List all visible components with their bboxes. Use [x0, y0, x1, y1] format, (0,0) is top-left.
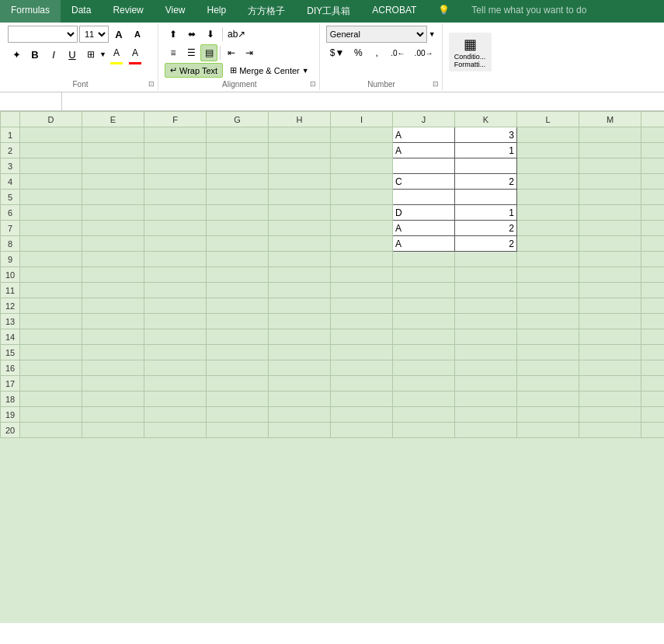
cell-m-5[interactable] — [579, 190, 641, 205]
cell-h-2[interactable] — [269, 143, 331, 158]
cell-k-17[interactable] — [455, 376, 517, 392]
row-header-9[interactable]: 9 — [1, 252, 20, 267]
tab-help[interactable]: Help — [196, 0, 238, 23]
cell-e-8[interactable] — [82, 236, 144, 252]
cell-e-6[interactable] — [82, 205, 144, 221]
increase-font-button[interactable]: A — [110, 26, 127, 43]
cell-i-6[interactable] — [331, 205, 393, 221]
col-header-k[interactable]: K — [455, 112, 517, 127]
cell-i-2[interactable] — [331, 143, 393, 158]
row-header-17[interactable]: 17 — [1, 376, 20, 392]
row-header-3[interactable]: 3 — [1, 158, 20, 174]
cell-e-3[interactable] — [82, 158, 144, 174]
cell-g-6[interactable] — [207, 205, 269, 221]
cell-e-20[interactable] — [82, 423, 144, 438]
row-header-20[interactable]: 20 — [1, 423, 20, 438]
cell-k-9[interactable] — [455, 252, 517, 267]
cell-g-3[interactable] — [207, 158, 269, 174]
font-color-button[interactable]: A — [127, 44, 144, 61]
cell-e-12[interactable] — [82, 298, 144, 314]
formula-input[interactable] — [62, 96, 664, 107]
cell-f-5[interactable] — [144, 190, 207, 205]
cell-g-13[interactable] — [207, 314, 269, 329]
col-header-n[interactable]: N — [641, 112, 665, 127]
cell-d-17[interactable] — [20, 376, 82, 392]
cell-l-5[interactable] — [517, 190, 579, 205]
row-header-4[interactable]: 4 — [1, 174, 20, 190]
cell-e-15[interactable] — [82, 345, 144, 360]
number-format-chevron[interactable]: ▼ — [429, 30, 436, 38]
row-header-15[interactable]: 15 — [1, 345, 20, 360]
cell-i-4[interactable] — [331, 174, 393, 190]
cell-m-6[interactable] — [579, 205, 641, 221]
cell-g-7[interactable] — [207, 221, 269, 236]
cell-j-9[interactable] — [393, 252, 455, 267]
col-header-e[interactable]: E — [82, 112, 144, 127]
cell-d-18[interactable] — [20, 392, 82, 407]
cell-j-16[interactable] — [393, 360, 455, 376]
cell-l-17[interactable] — [517, 376, 579, 392]
cell-i-7[interactable] — [331, 221, 393, 236]
dollar-button[interactable]: $▼ — [326, 44, 349, 61]
cell-f-1[interactable] — [144, 127, 207, 143]
cell-n-4[interactable] — [641, 174, 665, 190]
cell-j-3[interactable] — [393, 158, 455, 174]
cell-h-4[interactable] — [269, 174, 331, 190]
cell-h-19[interactable] — [269, 407, 331, 423]
tab-acrobat[interactable]: ACROBAT — [361, 0, 427, 23]
col-header-l[interactable]: L — [517, 112, 579, 127]
cell-n-12[interactable] — [641, 298, 665, 314]
cell-j-18[interactable] — [393, 392, 455, 407]
cell-g-8[interactable] — [207, 236, 269, 252]
cell-d-15[interactable] — [20, 345, 82, 360]
cell-n-15[interactable] — [641, 345, 665, 360]
align-left-button[interactable]: ≡ — [165, 44, 182, 61]
tab-formulas[interactable]: Formulas — [0, 0, 61, 23]
cell-l-3[interactable] — [517, 158, 579, 174]
row-header-1[interactable]: 1 — [1, 127, 20, 143]
cell-f-2[interactable] — [144, 143, 207, 158]
tell-me-input[interactable]: Tell me what you want to do — [461, 0, 597, 23]
cell-d-3[interactable] — [20, 158, 82, 174]
cell-g-15[interactable] — [207, 345, 269, 360]
cell-d-12[interactable] — [20, 298, 82, 314]
cell-k-11[interactable] — [455, 283, 517, 298]
decrease-decimal-button[interactable]: .00→ — [411, 44, 437, 61]
cell-d-8[interactable] — [20, 236, 82, 252]
row-header-2[interactable]: 2 — [1, 143, 20, 158]
row-header-11[interactable]: 11 — [1, 283, 20, 298]
cell-h-5[interactable] — [269, 190, 331, 205]
merge-center-button[interactable]: ⊞ Merge & Center ▼ — [224, 63, 315, 78]
cell-f-10[interactable] — [144, 267, 207, 283]
cell-h-16[interactable] — [269, 360, 331, 376]
cell-n-10[interactable] — [641, 267, 665, 283]
cell-k-12[interactable] — [455, 298, 517, 314]
cell-j-2[interactable]: A — [393, 143, 455, 158]
cell-g-17[interactable] — [207, 376, 269, 392]
cell-k-8[interactable]: 2 — [455, 236, 517, 252]
cell-g-9[interactable] — [207, 252, 269, 267]
cell-l-2[interactable] — [517, 143, 579, 158]
row-header-8[interactable]: 8 — [1, 236, 20, 252]
cell-k-15[interactable] — [455, 345, 517, 360]
cell-h-13[interactable] — [269, 314, 331, 329]
cell-l-7[interactable] — [517, 221, 579, 236]
wrap-text-button[interactable]: ↵ Wrap Text — [165, 63, 223, 78]
cell-n-9[interactable] — [641, 252, 665, 267]
cell-g-19[interactable] — [207, 407, 269, 423]
cell-f-19[interactable] — [144, 407, 207, 423]
conditional-format-button[interactable]: ▦ Conditio... Formatti... — [449, 33, 492, 71]
cell-j-12[interactable] — [393, 298, 455, 314]
cell-e-10[interactable] — [82, 267, 144, 283]
tab-diy[interactable]: DIY工具箱 — [296, 0, 361, 23]
cell-l-14[interactable] — [517, 329, 579, 345]
increase-decimal-button[interactable]: .0← — [387, 44, 408, 61]
cell-j-4[interactable]: C — [393, 174, 455, 190]
cell-g-2[interactable] — [207, 143, 269, 158]
cell-g-5[interactable] — [207, 190, 269, 205]
cell-j-1[interactable]: A — [393, 127, 455, 143]
row-header-18[interactable]: 18 — [1, 392, 20, 407]
cell-i-15[interactable] — [331, 345, 393, 360]
cell-h-14[interactable] — [269, 329, 331, 345]
tab-fangfangzi[interactable]: 方方格子 — [237, 0, 296, 23]
